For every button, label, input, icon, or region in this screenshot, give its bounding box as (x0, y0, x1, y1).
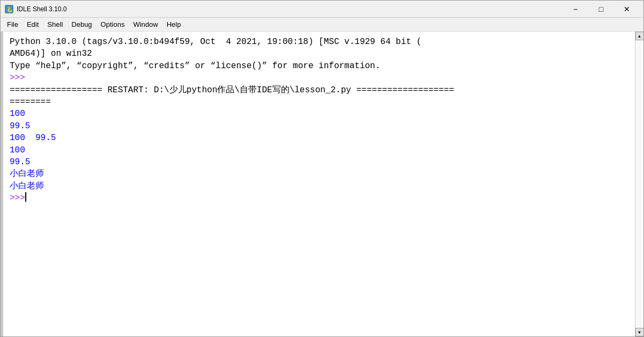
close-button[interactable]: ✕ (615, 2, 639, 17)
main-window: 🐍 IDLE Shell 3.10.0 − □ ✕ File Edit Shel… (0, 0, 644, 337)
menu-options[interactable]: Options (97, 19, 129, 30)
svg-text:🐍: 🐍 (6, 6, 13, 13)
menu-help[interactable]: Help (162, 19, 186, 30)
prompt-1: >>> (10, 72, 25, 84)
scrollbar[interactable]: ▲ ▼ (635, 32, 643, 336)
startup-line-3: Type “help”, “copyright”, “credits” or “… (10, 60, 633, 72)
app-icon: 🐍 (5, 5, 13, 13)
restart-separator: ======== (10, 96, 633, 108)
prompt-final: >>> (10, 192, 25, 204)
prompt-line-1: >>> (10, 72, 633, 84)
menu-debug[interactable]: Debug (67, 19, 96, 30)
shell-area[interactable]: Python 3.10.0 (tags/v3.10.0:b494f59, Oct… (3, 32, 635, 336)
title-bar: 🐍 IDLE Shell 3.10.0 − □ ✕ (1, 1, 643, 18)
maximize-button[interactable]: □ (589, 2, 613, 17)
gutter-line (1, 32, 2, 336)
window-controls: − □ ✕ (563, 2, 639, 17)
output-99-5-2: 99.5 (10, 156, 633, 168)
scroll-down-button[interactable]: ▼ (635, 328, 644, 336)
output-100-1: 100 (10, 108, 633, 120)
startup-line-1: Python 3.10.0 (tags/v3.10.0:b494f59, Oct… (10, 36, 633, 48)
startup-line-2: AMD64)] on win32 (10, 48, 633, 60)
cursor (25, 192, 26, 202)
shell-content: Python 3.10.0 (tags/v3.10.0:b494f59, Oct… (1, 32, 643, 336)
scroll-up-button[interactable]: ▲ (635, 32, 644, 40)
restart-line: ================== RESTART: D:\少儿python作… (10, 84, 633, 96)
prompt-line-final[interactable]: >>> (10, 192, 633, 204)
menu-window[interactable]: Window (129, 19, 162, 30)
output-100-2: 100 (10, 144, 633, 156)
output-99-5-1: 99.5 (10, 120, 633, 132)
window-title: IDLE Shell 3.10.0 (17, 5, 563, 13)
output-teacher-1: 小白老师 (10, 168, 633, 180)
menu-bar: File Edit Shell Debug Options Window Hel… (1, 18, 643, 32)
menu-shell[interactable]: Shell (43, 19, 67, 30)
output-teacher-2: 小白老师 (10, 180, 633, 192)
menu-edit[interactable]: Edit (23, 19, 43, 30)
scrollbar-track[interactable] (635, 40, 643, 328)
output-100-99: 100 99.5 (10, 132, 633, 144)
minimize-button[interactable]: − (563, 2, 588, 17)
menu-file[interactable]: File (3, 19, 23, 30)
